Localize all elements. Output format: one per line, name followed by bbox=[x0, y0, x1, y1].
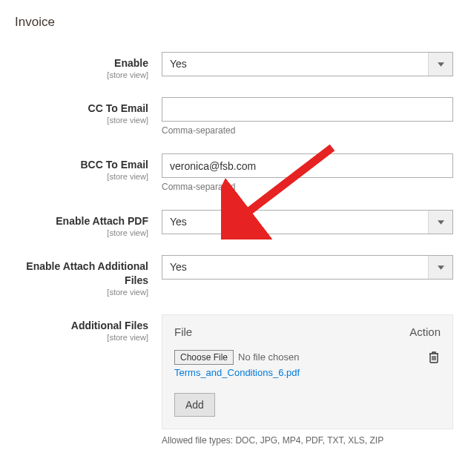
section-title: Invoice bbox=[15, 15, 453, 30]
enable-scope: [store view] bbox=[15, 70, 148, 79]
attach-additional-select-value: Yes bbox=[162, 256, 428, 279]
no-file-text: No file chosen bbox=[238, 351, 299, 363]
chevron-down-icon bbox=[428, 211, 452, 234]
enable-select[interactable]: Yes bbox=[162, 52, 453, 76]
attach-additional-select[interactable]: Yes bbox=[162, 255, 453, 280]
cc-helper: Comma-separated bbox=[162, 125, 453, 136]
trash-icon[interactable] bbox=[427, 350, 441, 367]
file-col-header: File bbox=[174, 325, 192, 338]
chevron-down-icon bbox=[428, 53, 452, 76]
choose-file-button[interactable]: Choose File bbox=[174, 350, 234, 365]
uploaded-file-link[interactable]: Terms_and_Conditions_6.pdf bbox=[174, 367, 300, 378]
field-cc: CC To Email [store view] Comma-separated bbox=[15, 97, 453, 136]
attach-pdf-select[interactable]: Yes bbox=[162, 210, 453, 234]
field-attach-pdf: Enable Attach PDF [store view] Yes bbox=[15, 210, 453, 237]
additional-files-panel: File Action Choose File No file chosen T… bbox=[162, 314, 453, 429]
field-bcc: BCC To Email [store view] Comma-separate… bbox=[15, 153, 453, 192]
file-row: Choose File No file chosen Terms_and_Con… bbox=[174, 350, 441, 378]
cc-label: CC To Email bbox=[15, 102, 148, 115]
bcc-scope: [store view] bbox=[15, 172, 148, 181]
action-col-header: Action bbox=[409, 325, 441, 338]
field-additional-files: Additional Files [store view] File Actio… bbox=[15, 314, 453, 446]
field-enable: Enable [store view] Yes bbox=[15, 52, 453, 79]
enable-select-value: Yes bbox=[162, 53, 428, 76]
additional-files-scope: [store view] bbox=[15, 333, 148, 342]
cc-input[interactable] bbox=[162, 97, 453, 122]
bcc-label: BCC To Email bbox=[15, 158, 148, 171]
attach-additional-label: Enable Attach Additional Files bbox=[15, 260, 148, 286]
field-attach-additional: Enable Attach Additional Files [store vi… bbox=[15, 255, 453, 296]
attach-pdf-select-value: Yes bbox=[162, 211, 428, 234]
bcc-helper: Comma-separated bbox=[162, 182, 453, 192]
add-button[interactable]: Add bbox=[174, 393, 215, 417]
attach-additional-scope: [store view] bbox=[15, 288, 148, 297]
allowed-file-types: Allowed file types: DOC, JPG, MP4, PDF, … bbox=[162, 435, 453, 446]
enable-label: Enable bbox=[15, 56, 148, 70]
bcc-input[interactable] bbox=[162, 153, 453, 178]
chevron-down-icon bbox=[428, 256, 452, 279]
attach-pdf-scope: [store view] bbox=[15, 228, 148, 237]
cc-scope: [store view] bbox=[15, 116, 148, 125]
attach-pdf-label: Enable Attach PDF bbox=[15, 214, 148, 228]
additional-files-label: Additional Files bbox=[15, 319, 148, 332]
